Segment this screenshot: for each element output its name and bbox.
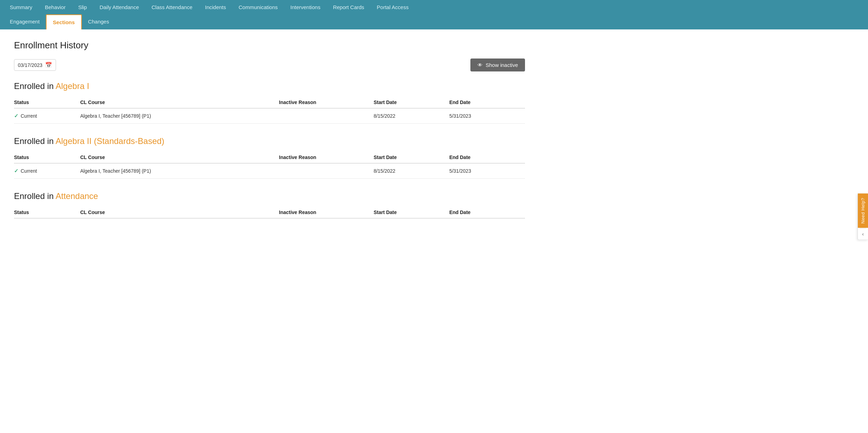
page-title: Enrollment History — [14, 40, 525, 51]
nav-tab-portal-access[interactable]: Portal Access — [371, 0, 415, 14]
nav-tab-interventions[interactable]: Interventions — [284, 0, 327, 14]
cell-end-date: 5/31/2023 — [449, 108, 525, 124]
enrollment-table-2: StatusCL CourseInactive ReasonStart Date… — [14, 207, 525, 219]
calendar-icon: 📅 — [45, 62, 52, 68]
nav-tab-changes[interactable]: Changes — [82, 14, 115, 29]
cell-inactive-reason — [279, 163, 373, 179]
table-row: ✓CurrentAlgebra I, Teacher [456789] (P1)… — [14, 163, 525, 179]
date-input[interactable]: 03/17/2023 📅 — [14, 59, 56, 71]
table-row: ✓CurrentAlgebra I, Teacher [456789] (P1)… — [14, 108, 525, 124]
enrollment-table-0: StatusCL CourseInactive ReasonStart Date… — [14, 97, 525, 124]
section-prefix: Enrolled in — [14, 81, 56, 91]
checkmark-icon: ✓ — [14, 113, 19, 119]
col-header-end_date: End Date — [449, 97, 525, 108]
date-value: 03/17/2023 — [18, 62, 42, 68]
col-header-inactive_reason: Inactive Reason — [279, 207, 373, 218]
cell-inactive-reason — [279, 108, 373, 124]
col-header-start_date: Start Date — [373, 207, 449, 218]
nav-tab-report-cards[interactable]: Report Cards — [327, 0, 370, 14]
nav-tab-communications[interactable]: Communications — [232, 0, 284, 14]
course-name-2: Attendance — [56, 191, 98, 201]
col-header-inactive_reason: Inactive Reason — [279, 152, 373, 163]
sections-container: Enrolled in Algebra IStatusCL CourseInac… — [14, 81, 525, 219]
section-heading-0: Enrolled in Algebra I — [14, 81, 525, 91]
cell-cl-course: Algebra I, Teacher [456789] (P1) — [80, 163, 279, 179]
nav-tab-engagement[interactable]: Engagement — [4, 14, 46, 29]
nav-tab-daily-attendance[interactable]: Daily Attendance — [93, 0, 145, 14]
course-name-1: Algebra II (Standards-Based) — [56, 136, 164, 146]
status-label: Current — [21, 113, 37, 119]
course-name-0: Algebra I — [56, 81, 89, 91]
col-header-cl_course: CL Course — [80, 97, 279, 108]
need-help-sidebar: Need Help? ‹ — [858, 193, 868, 240]
nav-tab-slip[interactable]: Slip — [72, 0, 93, 14]
cell-cl-course: Algebra I, Teacher [456789] (P1) — [80, 108, 279, 124]
cell-status: ✓Current — [14, 108, 80, 124]
col-header-end_date: End Date — [449, 207, 525, 218]
col-header-cl_course: CL Course — [80, 152, 279, 163]
section-prefix: Enrolled in — [14, 136, 56, 146]
col-header-cl_course: CL Course — [80, 207, 279, 218]
cell-start-date: 8/15/2022 — [373, 108, 449, 124]
need-help-label[interactable]: Need Help? — [858, 194, 868, 228]
show-inactive-button[interactable]: 👁 Show inactive — [470, 59, 525, 71]
nav-tab-class-attendance[interactable]: Class Attendance — [145, 0, 199, 14]
status-label: Current — [21, 168, 37, 174]
cell-end-date: 5/31/2023 — [449, 163, 525, 179]
nav-row-1: SummaryBehaviorSlipDaily AttendanceClass… — [4, 0, 864, 14]
col-header-end_date: End Date — [449, 152, 525, 163]
nav-tab-sections[interactable]: Sections — [46, 14, 82, 29]
nav-row-2: EngagementSectionsChanges — [4, 14, 864, 29]
show-inactive-label: Show inactive — [485, 62, 518, 68]
col-header-status: Status — [14, 207, 80, 218]
cell-status: ✓Current — [14, 163, 80, 179]
nav-tab-behavior[interactable]: Behavior — [38, 0, 72, 14]
controls-row: 03/17/2023 📅 👁 Show inactive — [14, 59, 525, 71]
main-content: Enrollment History 03/17/2023 📅 👁 Show i… — [0, 29, 539, 242]
col-header-inactive_reason: Inactive Reason — [279, 97, 373, 108]
cell-start-date: 8/15/2022 — [373, 163, 449, 179]
eye-icon: 👁 — [477, 62, 483, 68]
section-heading-2: Enrolled in Attendance — [14, 191, 525, 201]
section-prefix: Enrolled in — [14, 191, 56, 201]
col-header-status: Status — [14, 97, 80, 108]
col-header-start_date: Start Date — [373, 97, 449, 108]
col-header-status: Status — [14, 152, 80, 163]
checkmark-icon: ✓ — [14, 168, 19, 174]
nav-tab-summary[interactable]: Summary — [4, 0, 38, 14]
nav-bar: SummaryBehaviorSlipDaily AttendanceClass… — [0, 0, 868, 29]
sidebar-chevron[interactable]: ‹ — [860, 228, 866, 239]
section-heading-1: Enrolled in Algebra II (Standards-Based) — [14, 136, 525, 146]
enrollment-table-1: StatusCL CourseInactive ReasonStart Date… — [14, 152, 525, 179]
col-header-start_date: Start Date — [373, 152, 449, 163]
nav-tab-incidents[interactable]: Incidents — [199, 0, 232, 14]
